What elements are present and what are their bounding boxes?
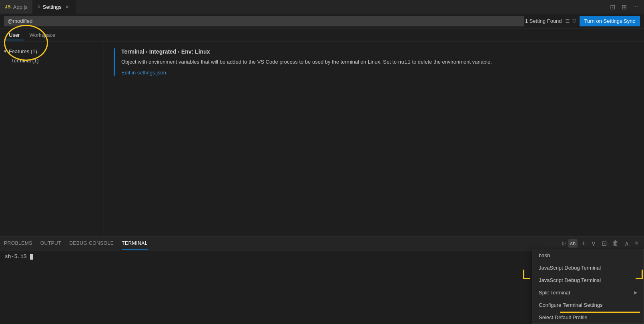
more-actions-button[interactable]: ···: [632, 2, 640, 12]
sidebar: ▼ Features (1) Terminal (1): [0, 42, 104, 236]
terminal-close-button[interactable]: ×: [633, 239, 640, 248]
setting-null-code: null: [398, 59, 411, 65]
dropdown-item-configure-settings[interactable]: Configure Terminal Settings: [532, 299, 644, 311]
submenu-arrow-icon: ▶: [634, 290, 637, 295]
dropdown-item-bash-label: bash: [539, 252, 550, 258]
edit-settings-json-link[interactable]: Edit in settings.json: [121, 70, 166, 76]
tab-output[interactable]: OUTPUT: [40, 237, 61, 250]
sidebar-section-features-header[interactable]: ▼ Features (1): [0, 47, 104, 56]
tabs-right: ⊡ ⊞ ···: [608, 2, 644, 12]
sidebar-item-terminal[interactable]: Terminal (1): [0, 56, 104, 65]
search-input[interactable]: [4, 16, 524, 26]
dropdown-item-js-debug-1[interactable]: JavaScript Debug Terminal: [532, 262, 644, 274]
tab-label-settings: Settings: [43, 4, 62, 10]
settings-sync-button[interactable]: Turn on Settings Sync: [580, 16, 640, 26]
terminal-cursor: [30, 254, 33, 260]
settings-content: Terminal › Integrated › Env: Linux Objec…: [104, 42, 644, 236]
setting-desc-text2: to delete the environment variable.: [411, 59, 492, 65]
terminal-tabs-left: PROBLEMS OUTPUT DEBUG CONSOLE TERMINAL: [4, 237, 148, 250]
terminal-dropdown-button[interactable]: ∨: [590, 239, 598, 248]
settings-toolbar: 1 Setting Found ☰ ▽ Turn on Settings Syn…: [0, 14, 644, 28]
dropdown-item-split-terminal[interactable]: Split Terminal ▶: [532, 286, 644, 299]
sidebar-features-label: Features (1): [9, 48, 37, 54]
dropdown-item-bash[interactable]: bash: [532, 249, 644, 262]
terminal-tabs-right: ▷ sh + ∨ ⊡ 🗑 ∧ ×: [562, 239, 640, 248]
dropdown-item-js-debug-1-label: JavaScript Debug Terminal: [539, 265, 601, 271]
dropdown-item-select-default-profile[interactable]: Select Default Profile: [532, 311, 644, 324]
filter-list-icon[interactable]: ☰: [565, 18, 570, 24]
search-wrap: [4, 16, 524, 26]
collapse-icon: ▼: [3, 49, 7, 54]
settings-found-label: 1 Setting Found: [525, 18, 562, 24]
terminal-tabs-bar: PROBLEMS OUTPUT DEBUG CONSOLE TERMINAL ▷…: [0, 236, 644, 250]
setting-description: Object with environment variables that w…: [121, 58, 634, 66]
tab-problems[interactable]: PROBLEMS: [4, 237, 32, 250]
filter-icon[interactable]: ▽: [572, 18, 576, 24]
tab-label-app-js: App.js: [13, 4, 28, 10]
tab-app-js[interactable]: JS App.js: [0, 0, 33, 14]
dropdown-item-select-default-profile-label: Select Default Profile: [539, 314, 587, 320]
terminal-shell-icon: ▷: [562, 240, 566, 246]
toggle-layout-button[interactable]: ⊞: [620, 2, 628, 12]
split-editor-button[interactable]: ⊡: [608, 2, 617, 12]
terminal-new-button[interactable]: +: [580, 239, 587, 248]
dropdown-item-js-debug-2-label: JavaScript Debug Terminal: [539, 277, 601, 283]
terminal-split-button[interactable]: ⊡: [600, 239, 608, 248]
terminal-prompt-text: sh-5.1$: [5, 254, 27, 260]
dropdown-item-split-terminal-label: Split Terminal: [539, 290, 570, 296]
js-icon: JS: [5, 4, 11, 10]
setting-title: Terminal › Integrated › Env: Linux: [121, 48, 634, 55]
tab-user[interactable]: User: [4, 30, 24, 40]
tab-workspace[interactable]: Workspace: [24, 30, 60, 40]
dropdown-item-js-debug-2[interactable]: JavaScript Debug Terminal: [532, 274, 644, 286]
settings-right: 1 Setting Found ☰ ▽ Turn on Settings Syn…: [525, 16, 640, 26]
settings-icon: ≡: [38, 4, 40, 10]
user-workspace-tabs: User Workspace: [0, 28, 644, 42]
tab-terminal[interactable]: TERMINAL: [122, 237, 148, 250]
sidebar-section-features: ▼ Features (1) Terminal (1): [0, 45, 104, 67]
terminal-shell-label: sh: [568, 239, 578, 248]
terminal-maximize-button[interactable]: ∧: [623, 239, 631, 248]
tabs-left: JS App.js ≡ Settings ×: [0, 0, 76, 14]
tab-settings[interactable]: ≡ Settings ×: [33, 0, 76, 14]
terminal-trash-button[interactable]: 🗑: [611, 239, 620, 248]
settings-icons: ☰ ▽: [565, 18, 576, 24]
tab-bar: JS App.js ≡ Settings × ⊡ ⊞ ···: [0, 0, 644, 14]
tab-debug-console[interactable]: DEBUG CONSOLE: [69, 237, 114, 250]
setting-desc-text1: Object with environment variables that w…: [121, 59, 398, 65]
dropdown-item-configure-settings-label: Configure Terminal Settings: [539, 302, 602, 308]
terminal-dropdown-menu: bash JavaScript Debug Terminal JavaScrip…: [532, 249, 644, 324]
setting-item-terminal-env: Terminal › Integrated › Env: Linux Objec…: [114, 48, 634, 76]
tab-close-settings[interactable]: ×: [64, 3, 70, 11]
main-content: ▼ Features (1) Terminal (1) Terminal › I…: [0, 42, 644, 236]
